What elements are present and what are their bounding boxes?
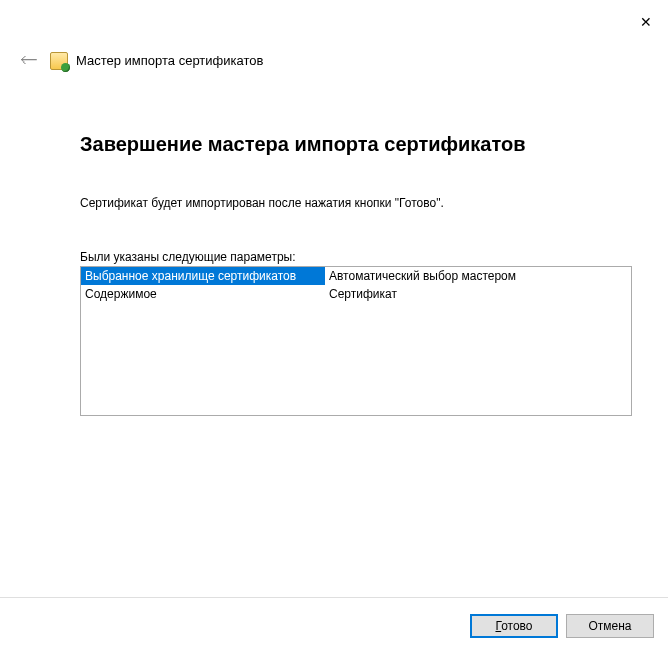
content-area: Завершение мастера импорта сертификатов … — [0, 73, 668, 416]
wizard-title: Мастер импорта сертификатов — [76, 53, 263, 68]
parameters-label: Были указаны следующие параметры: — [80, 250, 608, 264]
table-row[interactable]: Выбранное хранилище сертификатов Автомат… — [81, 267, 631, 285]
finish-button[interactable]: Готово — [470, 614, 558, 638]
dialog-footer: Готово Отмена — [0, 597, 668, 654]
page-heading: Завершение мастера импорта сертификатов — [80, 133, 608, 156]
param-label: Содержимое — [81, 285, 325, 303]
table-row[interactable]: Содержимое Сертификат — [81, 285, 631, 303]
back-arrow-icon[interactable]: 🡐 — [16, 48, 42, 73]
body-text: Сертификат будет импортирован после нажа… — [80, 196, 608, 210]
wizard-header: 🡐 Мастер импорта сертификатов — [0, 0, 668, 73]
param-value: Сертификат — [325, 285, 631, 303]
certificate-wizard-icon — [50, 52, 68, 70]
parameters-listbox[interactable]: Выбранное хранилище сертификатов Автомат… — [80, 266, 632, 416]
param-value: Автоматический выбор мастером — [325, 267, 631, 285]
close-icon[interactable]: ✕ — [636, 10, 656, 34]
parameters-table: Выбранное хранилище сертификатов Автомат… — [81, 267, 631, 303]
cancel-button[interactable]: Отмена — [566, 614, 654, 638]
param-label-selected: Выбранное хранилище сертификатов — [81, 267, 325, 285]
